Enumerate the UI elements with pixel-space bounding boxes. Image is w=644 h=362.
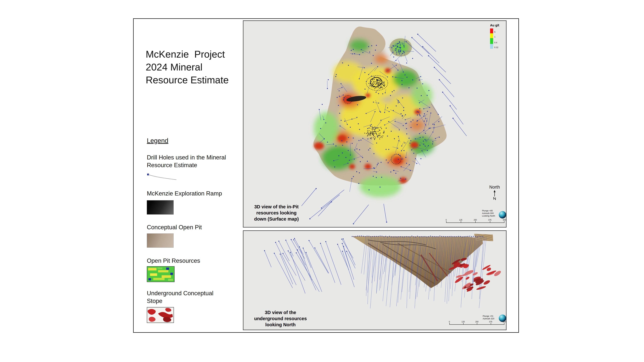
north-label: North [486,185,504,190]
grade-label-032: 0.32 [494,46,498,49]
grade-label-04: 0.4 [494,41,497,44]
view-orientation-top: Plunge +85 Azimuth 000 Looking North [482,209,495,217]
figure-frame: McKenzie Project 2024 Mineral Resource E… [133,18,519,333]
legend-item-open-pit: Conceptual Open Pit [147,224,234,231]
surface-map-panel: Au g/t 5 1 0.4 0.32 3D view of the in-Pi… [243,20,506,228]
underground-caption: 3D view of the underground resources loo… [253,309,308,328]
grade-chip-yellow [490,33,493,38]
grade-chip-green [490,38,493,44]
underground-panel: 3D view of the underground resources loo… [243,230,506,330]
view-orientation-bottom: Plunge +01 Azimuth 320 [483,315,494,320]
legend-item-stope: Underground Conceptual Stope [147,290,216,305]
left-drill-traces [264,238,355,294]
open-pit-swatch [147,233,174,248]
north-arrow-icon [491,190,498,200]
grade-legend: Au g/t 5 1 0.4 0.32 [490,23,506,49]
drill-hole-swatch [147,173,178,183]
grade-chip-blue [490,44,493,49]
grade-label-5: 5 [494,31,496,33]
north-indicator: North [486,185,504,201]
grade-legend-title: Au g/t [490,23,506,27]
legend-item-ramp: McKenzie Exploration Ramp [147,190,234,197]
surface-map-caption: 3D view of the in-Pit resources looking … [250,204,303,222]
scale-bar-top: 0 125 250 375 500 [446,219,504,223]
legend-item-drill-holes: Drill Holes used in the Mineral Resource… [147,154,234,169]
title-line-3: Resource Estimate [146,73,246,86]
title-line-2: 2024 Mineral [146,61,246,73]
pit-resources-swatch [147,266,174,282]
surface-map-canvas [244,21,506,227]
grade-chip-red [490,28,493,33]
ramp-swatch [147,200,174,214]
orientation-sphere-icon [499,211,506,219]
legend-item-pit-resources: Open Pit Resources [147,257,234,265]
figure-title: McKenzie Project 2024 Mineral Resource E… [146,48,246,86]
legend-heading: Legend [147,137,168,144]
grade-label-1: 1 [494,35,496,38]
title-line-1: McKenzie Project [146,48,246,61]
stope-swatch [147,307,174,323]
scale-bar-bottom: 0 125 250 375 500 [449,321,504,325]
